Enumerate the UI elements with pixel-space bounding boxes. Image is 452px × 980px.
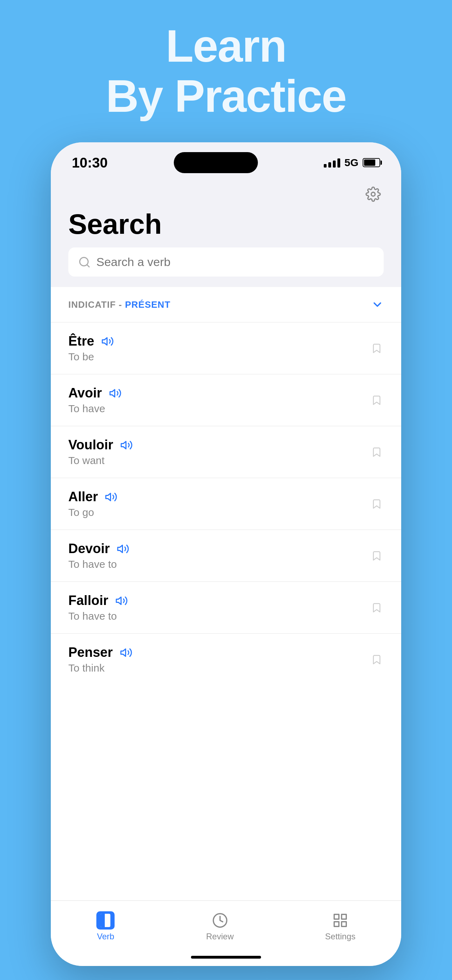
bookmark-icon[interactable]	[370, 547, 384, 564]
sound-icon[interactable]	[119, 438, 134, 452]
verb-tab-icon	[96, 911, 115, 929]
chevron-down-icon[interactable]	[371, 298, 384, 311]
hero-title: Learn By Practice	[106, 21, 346, 121]
status-icons: 5G	[324, 157, 380, 169]
verb-item-etre[interactable]: Être To be	[51, 323, 401, 374]
verb-list-area: INDICATIF - PRÉSENT Être	[51, 287, 401, 900]
verb-item-vouloir[interactable]: Vouloir To want	[51, 426, 401, 478]
svg-marker-4	[110, 390, 115, 397]
sound-icon[interactable]	[119, 646, 133, 660]
app-header	[51, 177, 401, 208]
tab-settings[interactable]: Settings	[315, 908, 366, 945]
home-indicator	[51, 948, 401, 966]
bookmark-icon[interactable]	[370, 340, 384, 357]
page-title: Search	[51, 208, 401, 247]
dynamic-island	[174, 152, 258, 173]
svg-rect-11	[334, 915, 339, 919]
tab-verb[interactable]: Verb	[86, 908, 125, 945]
verb-translation: To have	[68, 403, 122, 415]
signal-bars-icon	[324, 158, 340, 167]
verb-translation: To think	[68, 662, 133, 674]
status-bar: 10:30 5G	[51, 142, 401, 177]
sound-icon[interactable]	[115, 594, 129, 608]
bookmark-icon[interactable]	[370, 496, 384, 512]
phone-frame: 10:30 5G Search	[51, 142, 401, 966]
svg-rect-14	[334, 922, 339, 926]
bookmark-icon[interactable]	[370, 599, 384, 616]
app-content: Search INDICATIF - PRÉSENT	[51, 177, 401, 900]
search-bar-container	[51, 247, 401, 287]
tense-header[interactable]: INDICATIF - PRÉSENT	[51, 287, 401, 323]
tab-bar: Verb Review Settings	[51, 900, 401, 948]
svg-marker-7	[118, 545, 123, 552]
gear-icon	[366, 186, 381, 202]
verb-translation: To be	[68, 351, 115, 363]
tab-review-label: Review	[206, 932, 234, 942]
verb-name: Avoir	[68, 385, 102, 401]
tab-settings-label: Settings	[325, 932, 356, 942]
verb-item-falloir[interactable]: Falloir To have to	[51, 582, 401, 634]
sound-icon[interactable]	[100, 334, 115, 348]
verb-item-avoir[interactable]: Avoir To have	[51, 374, 401, 426]
verb-translation: To have to	[68, 610, 129, 622]
tab-verb-label: Verb	[97, 932, 114, 942]
tab-review[interactable]: Review	[196, 908, 244, 945]
bookmark-icon[interactable]	[370, 444, 384, 461]
verb-item-devoir[interactable]: Devoir To have to	[51, 530, 401, 582]
search-icon	[78, 256, 91, 269]
search-bar[interactable]	[68, 247, 384, 277]
review-tab-icon	[211, 911, 229, 929]
sound-icon[interactable]	[104, 490, 118, 504]
verb-translation: To have to	[68, 558, 130, 570]
verb-item-penser[interactable]: Penser To think	[51, 634, 401, 685]
verb-translation: To go	[68, 506, 118, 519]
sound-icon[interactable]	[116, 542, 130, 556]
svg-marker-6	[106, 493, 111, 501]
verb-name: Penser	[68, 645, 113, 660]
settings-tab-icon	[331, 911, 349, 929]
svg-marker-5	[121, 441, 126, 449]
verb-item-aller[interactable]: Aller To go	[51, 478, 401, 530]
svg-marker-9	[121, 649, 126, 656]
bookmark-icon[interactable]	[370, 651, 384, 668]
network-type: 5G	[344, 157, 358, 169]
search-input[interactable]	[96, 255, 374, 269]
svg-rect-13	[342, 922, 346, 926]
status-time: 10:30	[72, 155, 108, 171]
svg-line-2	[87, 264, 89, 267]
svg-point-0	[371, 192, 375, 196]
verb-translation: To want	[68, 455, 134, 466]
settings-icon-button[interactable]	[363, 184, 384, 205]
verb-name: Vouloir	[68, 438, 113, 452]
svg-marker-3	[102, 337, 107, 345]
verb-name: Devoir	[68, 541, 110, 556]
svg-rect-12	[342, 915, 346, 919]
home-bar	[191, 956, 261, 959]
battery-icon	[363, 158, 380, 167]
verb-name: Être	[68, 334, 94, 349]
tense-label: INDICATIF - PRÉSENT	[68, 299, 170, 310]
bookmark-icon[interactable]	[370, 392, 384, 409]
verb-name: Aller	[68, 489, 98, 504]
svg-marker-8	[116, 597, 121, 604]
verb-name: Falloir	[68, 593, 108, 608]
sound-icon[interactable]	[108, 386, 122, 400]
